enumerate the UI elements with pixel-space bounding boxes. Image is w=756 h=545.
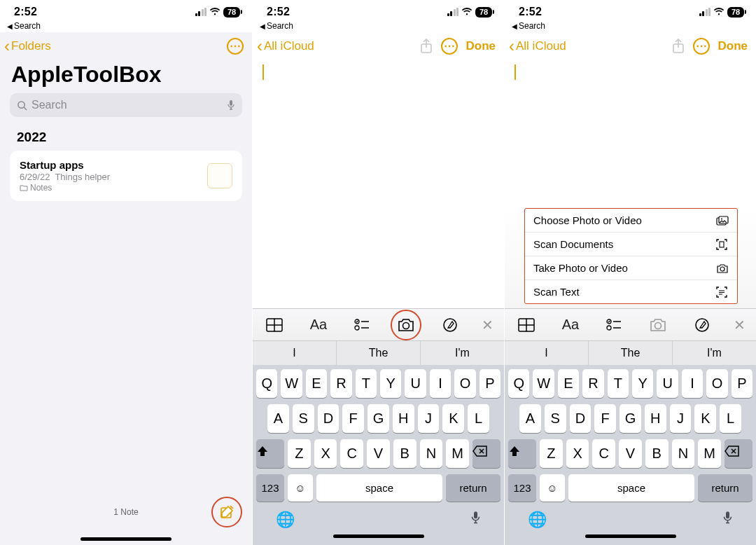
key-z[interactable]: Z	[288, 439, 311, 468]
numbers-key[interactable]: 123	[256, 474, 284, 502]
textformat-icon[interactable]: Aa	[297, 317, 341, 333]
key-z[interactable]: Z	[540, 439, 563, 468]
done-button[interactable]: Done	[466, 39, 496, 53]
share-icon[interactable]	[420, 39, 433, 54]
breadcrumb-back[interactable]: ◀ Search	[253, 20, 504, 32]
key-f[interactable]: F	[594, 404, 616, 433]
key-g[interactable]: G	[620, 404, 641, 433]
key-b[interactable]: B	[645, 439, 668, 468]
emoji-key[interactable]: ☺	[540, 474, 565, 502]
key-s[interactable]: S	[545, 404, 566, 433]
key-b[interactable]: B	[393, 439, 416, 468]
key-h[interactable]: H	[393, 404, 414, 433]
key-x[interactable]: X	[314, 439, 337, 468]
shift-key[interactable]	[508, 439, 536, 468]
camera-icon[interactable]	[397, 318, 415, 332]
key-m[interactable]: M	[698, 439, 721, 468]
mic-icon[interactable]	[227, 99, 235, 111]
key-k[interactable]: K	[694, 404, 716, 433]
menu-scan-documents[interactable]: Scan Documents	[525, 232, 737, 256]
emoji-key[interactable]: ☺	[288, 474, 313, 502]
key-o[interactable]: O	[706, 369, 727, 398]
key-h[interactable]: H	[645, 404, 666, 433]
home-indicator[interactable]	[333, 534, 424, 538]
home-indicator[interactable]	[585, 534, 676, 538]
more-options-icon[interactable]	[227, 38, 244, 55]
key-o[interactable]: O	[454, 369, 475, 398]
key-w[interactable]: W	[533, 369, 554, 398]
breadcrumb-back[interactable]: ◀ Search	[505, 20, 756, 32]
key-d[interactable]: D	[318, 404, 340, 433]
close-icon[interactable]: ✕	[472, 317, 504, 333]
dictation-icon[interactable]	[722, 511, 733, 529]
menu-choose-photo[interactable]: Choose Photo or Video	[525, 209, 737, 232]
key-m[interactable]: M	[446, 439, 469, 468]
backspace-key[interactable]	[472, 439, 500, 468]
checklist-icon[interactable]	[592, 319, 636, 331]
suggestion[interactable]: I'm	[420, 341, 504, 365]
key-n[interactable]: N	[420, 439, 443, 468]
key-i[interactable]: I	[682, 369, 703, 398]
key-d[interactable]: D	[570, 404, 592, 433]
return-key[interactable]: return	[446, 474, 500, 502]
numbers-key[interactable]: 123	[508, 474, 536, 502]
suggestion[interactable]: I	[505, 341, 588, 365]
suggestion[interactable]: I'm	[672, 341, 756, 365]
suggestion[interactable]: The	[588, 341, 672, 365]
key-j[interactable]: J	[418, 404, 440, 433]
backspace-key[interactable]	[724, 439, 752, 468]
back-all-icloud-button[interactable]: ‹ All iCloud	[257, 39, 314, 53]
suggestion[interactable]: I	[253, 341, 336, 365]
more-options-icon[interactable]	[693, 38, 710, 55]
key-n[interactable]: N	[672, 439, 695, 468]
key-g[interactable]: G	[368, 404, 389, 433]
key-r[interactable]: R	[582, 369, 603, 398]
globe-icon[interactable]: 🌐	[276, 511, 295, 529]
key-v[interactable]: V	[367, 439, 390, 468]
table-icon[interactable]	[253, 318, 297, 332]
checklist-icon[interactable]	[340, 319, 384, 331]
textformat-icon[interactable]: Aa	[549, 317, 593, 333]
key-l[interactable]: L	[720, 404, 741, 433]
search-input[interactable]: Search	[10, 93, 242, 117]
menu-scan-text[interactable]: Scan Text	[525, 280, 737, 303]
return-key[interactable]: return	[698, 474, 752, 502]
space-key[interactable]: space	[316, 474, 442, 502]
key-e[interactable]: E	[306, 369, 327, 398]
key-r[interactable]: R	[330, 369, 351, 398]
key-y[interactable]: Y	[632, 369, 653, 398]
key-a[interactable]: A	[519, 404, 541, 433]
key-c[interactable]: C	[340, 439, 363, 468]
key-v[interactable]: V	[619, 439, 642, 468]
note-editor[interactable]: Choose Photo or Video Scan Documents Tak…	[505, 59, 756, 308]
camera-icon[interactable]	[636, 318, 680, 332]
key-w[interactable]: W	[281, 369, 302, 398]
key-q[interactable]: Q	[256, 369, 277, 398]
note-editor[interactable]	[253, 59, 504, 308]
back-all-icloud-button[interactable]: ‹ All iCloud	[509, 39, 566, 53]
shift-key[interactable]	[256, 439, 284, 468]
key-q[interactable]: Q	[508, 369, 529, 398]
dictation-icon[interactable]	[470, 511, 481, 529]
key-p[interactable]: P	[479, 369, 500, 398]
more-options-icon[interactable]	[441, 38, 458, 55]
key-e[interactable]: E	[558, 369, 579, 398]
back-folders-button[interactable]: ‹ Folders	[4, 39, 51, 53]
key-c[interactable]: C	[592, 439, 615, 468]
key-u[interactable]: U	[657, 369, 678, 398]
key-a[interactable]: A	[267, 404, 289, 433]
note-list-item[interactable]: Startup apps 6/29/22 Things helper Notes	[10, 151, 242, 201]
key-j[interactable]: J	[670, 404, 692, 433]
key-t[interactable]: T	[356, 369, 377, 398]
key-p[interactable]: P	[732, 369, 752, 398]
close-icon[interactable]: ✕	[724, 317, 756, 333]
globe-icon[interactable]: 🌐	[528, 511, 547, 529]
key-t[interactable]: T	[608, 369, 629, 398]
key-f[interactable]: F	[342, 404, 364, 433]
done-button[interactable]: Done	[718, 39, 748, 53]
key-x[interactable]: X	[566, 439, 589, 468]
compose-icon[interactable]	[218, 504, 235, 520]
key-l[interactable]: L	[468, 404, 489, 433]
key-k[interactable]: K	[442, 404, 464, 433]
key-u[interactable]: U	[405, 369, 426, 398]
